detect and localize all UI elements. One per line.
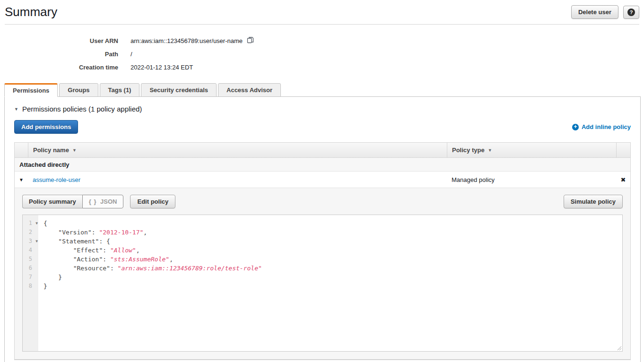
gutter-line-number: 7: [23, 273, 38, 282]
editor-code-area[interactable]: { "Version": "2012-10-17", "Statement": …: [38, 215, 622, 351]
attached-directly-group-row: Attached directly: [15, 158, 630, 172]
gutter-line-number: 3▼: [23, 237, 38, 246]
gutter-line-number: 8: [23, 282, 38, 291]
gutter-line-number: 4: [23, 246, 38, 255]
header-divider: [5, 24, 639, 25]
code-line: "Action": "sts:AssumeRole",: [44, 255, 622, 264]
help-icon: ?: [627, 9, 635, 16]
editor-gutter: 1▼23▼45678: [23, 215, 38, 351]
policy-detail-panel: Policy summary { } JSON Edit policy Simu…: [15, 188, 630, 360]
page-title: Summary: [5, 5, 57, 19]
add-circle-icon: +: [572, 124, 579, 130]
tab-groups[interactable]: Groups: [59, 83, 98, 97]
tab-access-advisor[interactable]: Access Advisor: [218, 83, 281, 97]
path-value: /: [131, 51, 132, 58]
permissions-panel: ▼ Permissions policies (1 policy applied…: [4, 96, 641, 362]
sort-caret-icon: ▼: [72, 148, 77, 153]
code-line: }: [44, 273, 622, 282]
gutter-line-number: 5: [23, 255, 38, 264]
creation-time-value: 2022-01-12 13:24 EDT: [131, 64, 193, 71]
policy-table-header: Policy name ▼ Policy type ▼: [15, 143, 630, 158]
permissions-policies-title: Permissions policies (1 policy applied): [22, 105, 142, 113]
code-line: "Version": "2012-10-17",: [44, 228, 622, 237]
tab-tags[interactable]: Tags (1): [100, 83, 140, 97]
creation-time-label: Creation time: [0, 64, 118, 71]
json-policy-editor[interactable]: 1▼23▼45678 { "Version": "2012-10-17", "S…: [22, 215, 623, 352]
remove-policy-icon[interactable]: ✖: [616, 176, 630, 183]
expander-column-header: [15, 143, 28, 157]
policy-detail-toolbar: Policy summary { } JSON Edit policy Simu…: [22, 195, 623, 208]
code-line: "Resource": "arn:aws:iam::123456789:role…: [44, 264, 622, 273]
code-line: }: [44, 282, 622, 291]
info-row-creation-time: Creation time 2022-01-12 13:24 EDT: [0, 60, 644, 74]
column-header-policy-name[interactable]: Policy name ▼: [28, 143, 447, 157]
policy-name-link[interactable]: assume-role-user: [28, 176, 447, 183]
tab-permissions[interactable]: Permissions: [4, 83, 58, 97]
user-arn-label: User ARN: [0, 37, 118, 44]
help-button[interactable]: ?: [623, 6, 639, 19]
copy-icon[interactable]: [247, 36, 254, 45]
simulate-policy-button[interactable]: Simulate policy: [564, 195, 623, 208]
code-line: "Effect": "Allow",: [44, 246, 622, 255]
gutter-line-number: 6: [23, 264, 38, 273]
tab-bar: Permissions Groups Tags (1) Security cre…: [4, 83, 641, 97]
page-header: Summary Delete user ?: [0, 0, 644, 19]
column-header-policy-type[interactable]: Policy type ▼: [447, 143, 616, 157]
sort-caret-icon: ▼: [488, 148, 492, 153]
policy-view-segmented-control: Policy summary { } JSON: [22, 195, 123, 208]
actions-column-header: [616, 143, 630, 157]
add-permissions-button[interactable]: Add permissions: [14, 120, 78, 134]
policy-table: Policy name ▼ Policy type ▼ Attached dir…: [14, 142, 631, 360]
tab-security-credentials[interactable]: Security credentials: [141, 83, 217, 97]
fold-caret-icon[interactable]: ▼: [35, 237, 38, 246]
permissions-toolbar: Add permissions + Add inline policy: [14, 120, 631, 134]
policy-type-value: Managed policy: [447, 176, 616, 183]
path-label: Path: [0, 51, 118, 58]
gutter-line-number: 1▼: [23, 219, 38, 228]
json-view-button[interactable]: { } JSON: [82, 195, 124, 208]
user-arn-value: arn:aws:iam::123456789:user/user-name: [131, 37, 243, 44]
permissions-policies-section-header: ▼ Permissions policies (1 policy applied…: [14, 105, 631, 113]
policy-summary-button[interactable]: Policy summary: [22, 195, 82, 208]
row-expand-caret-icon[interactable]: ▼: [15, 177, 28, 182]
fold-caret-icon[interactable]: ▼: [35, 219, 38, 228]
delete-user-button[interactable]: Delete user: [571, 5, 618, 19]
add-inline-policy-link[interactable]: + Add inline policy: [572, 123, 631, 130]
braces-icon: { }: [89, 198, 97, 205]
user-info: User ARN arn:aws:iam::123456789:user/use…: [0, 34, 644, 74]
edit-policy-button[interactable]: Edit policy: [130, 195, 175, 208]
code-line: "Statement": {: [44, 237, 622, 246]
gutter-line-number: 2: [23, 228, 38, 237]
code-line: {: [44, 219, 622, 228]
collapse-caret-icon[interactable]: ▼: [14, 107, 18, 112]
table-row: ▼ assume-role-user Managed policy ✖: [15, 172, 630, 188]
info-row-user-arn: User ARN arn:aws:iam::123456789:user/use…: [0, 34, 644, 47]
header-actions: Delete user ?: [571, 5, 639, 19]
info-row-path: Path /: [0, 47, 644, 60]
